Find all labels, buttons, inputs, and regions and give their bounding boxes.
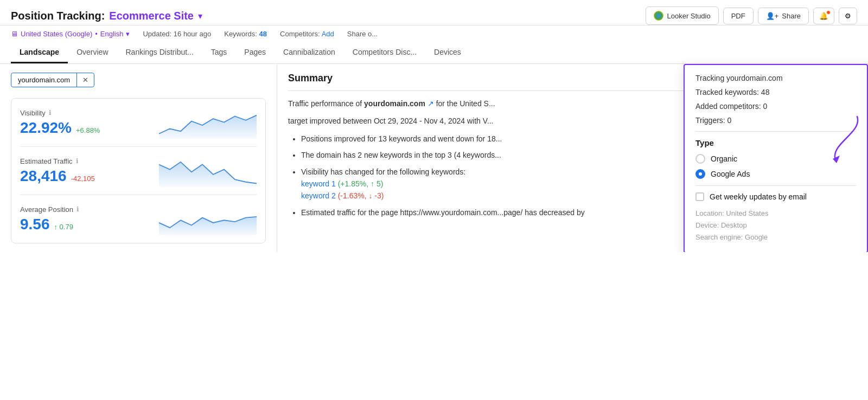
radio-google-ads[interactable]: Google Ads [695, 169, 856, 179]
tab-cannibalization[interactable]: Cannibalization [275, 42, 344, 63]
pdf-button[interactable]: PDF [723, 8, 754, 24]
settings-icon: ⚙ [845, 12, 851, 20]
notification-dot [826, 10, 831, 15]
popup-tracked-keywords: Tracked keywords: 48 [695, 88, 856, 96]
footer-engine: Search engine: Google [695, 231, 856, 243]
tabs-nav: Landscape Overview Rankings Distribut...… [0, 42, 868, 64]
looker-icon [654, 11, 663, 21]
left-panel: yourdomain.com ✕ Visibility ℹ 22.92% +6.… [0, 64, 277, 252]
header-left: Position Tracking: Ecommerce Site ▾ [11, 10, 202, 22]
tab-tags[interactable]: Tags [202, 42, 236, 63]
radio-google-ads-circle [695, 169, 705, 179]
pdf-label: PDF [731, 12, 745, 20]
metric-position-change: ↑ 0.79 [54, 223, 73, 231]
separator: • [95, 30, 98, 38]
domain-filter-area: yourdomain.com ✕ [11, 73, 266, 87]
metric-traffic-label: Estimated Traffic ℹ [20, 157, 95, 165]
metric-position-label: Average Position ℹ [20, 205, 79, 214]
share-button[interactable]: 👤+ Share [758, 8, 809, 24]
share-label: Share [782, 12, 801, 20]
popup-footer: Location: United States Device: Desktop … [695, 208, 856, 243]
position-info-icon[interactable]: ℹ [76, 205, 79, 213]
external-link-icon[interactable]: ↗ [427, 99, 434, 108]
share-of-voice: Share o... [347, 30, 378, 38]
metric-traffic-change: -42,105 [71, 175, 95, 183]
settings-button[interactable]: ⚙ [839, 8, 857, 24]
share-icon: 👤+ [766, 12, 779, 20]
traffic-sparkline [159, 154, 257, 187]
metric-traffic-info: Estimated Traffic ℹ 28,416 -42,105 [20, 157, 95, 185]
main-content: yourdomain.com ✕ Visibility ℹ 22.92% +6.… [0, 64, 868, 252]
keywords-label: Keywords: [224, 30, 257, 38]
tab-pages[interactable]: Pages [235, 42, 275, 63]
metric-position-value: 9.56 ↑ 0.79 [20, 216, 79, 233]
summary-domain-bold: yourdomain.com [364, 99, 425, 108]
competitors-info: Competitors: Add [280, 30, 334, 38]
metric-visibility-value: 22.92% +6.88% [20, 119, 100, 137]
metric-visibility-info: Visibility ℹ 22.92% +6.88% [20, 109, 100, 137]
monitor-icon: 🖥 [11, 30, 18, 38]
header-actions: Looker Studio PDF 👤+ Share 🔔 ⚙ [646, 7, 857, 25]
popup-added-competitors: Added competitors: 0 [695, 102, 856, 111]
language-chevron: ▾ [126, 30, 130, 38]
popup-tracking: Tracking yourdomain.com [695, 74, 856, 82]
metric-visibility-change: +6.88% [76, 126, 100, 134]
location-text: United States (Google) [21, 30, 92, 38]
location-filter[interactable]: 🖥 United States (Google) • English ▾ [11, 30, 130, 38]
tab-overview[interactable]: Overview [68, 42, 117, 63]
tab-competitors-discovery[interactable]: Competitors Disc... [344, 42, 425, 63]
metric-traffic: Estimated Traffic ℹ 28,416 -42,105 [20, 147, 257, 195]
domain-tag: yourdomain.com ✕ [11, 73, 94, 87]
visibility-info-icon[interactable]: ℹ [49, 109, 52, 117]
svg-marker-3 [833, 156, 840, 163]
subheader: 🖥 United States (Google) • English ▾ Upd… [0, 25, 868, 42]
footer-location: Location: United States [695, 208, 856, 220]
radio-organic-label: Organic [711, 154, 737, 163]
summary-intro2: for the United S... [436, 99, 495, 108]
language-text: English [100, 30, 124, 38]
keyword1-link[interactable]: keyword 1 [301, 179, 336, 188]
radio-google-ads-label: Google Ads [711, 170, 750, 178]
keyword1-change: (+1.85%, ↑ 5) [338, 179, 384, 188]
settings-popup: Tracking yourdomain.com Tracked keywords… [684, 64, 868, 252]
keyword2-change: (-1.63%, ↓ -3) [338, 191, 384, 200]
traffic-info-icon[interactable]: ℹ [76, 157, 79, 165]
site-name[interactable]: Ecommerce Site [109, 10, 194, 22]
keywords-value[interactable]: 48 [259, 30, 267, 38]
competitors-add[interactable]: Add [322, 30, 334, 38]
metric-position: Average Position ℹ 9.56 ↑ 0.79 [20, 195, 257, 243]
domain-tag-close-button[interactable]: ✕ [76, 73, 94, 87]
competitors-label: Competitors: [280, 30, 320, 38]
tab-landscape[interactable]: Landscape [11, 42, 68, 63]
radio-organic-circle [695, 154, 705, 164]
visibility-sparkline [159, 106, 257, 139]
tab-devices[interactable]: Devices [425, 42, 470, 63]
updated-text: Updated: 16 hour ago [143, 30, 211, 38]
notifications-button[interactable]: 🔔 [813, 8, 834, 24]
looker-studio-label: Looker Studio [667, 12, 710, 20]
popup-divider-2 [695, 185, 856, 186]
looker-studio-button[interactable]: Looker Studio [646, 7, 718, 25]
keywords-info: Keywords: 48 [224, 30, 267, 38]
metric-position-info: Average Position ℹ 9.56 ↑ 0.79 [20, 205, 79, 233]
keyword2-link[interactable]: keyword 2 [301, 191, 336, 200]
position-sparkline [159, 203, 257, 235]
checkbox-weekly-updates[interactable]: Get weekly updates by email [695, 192, 856, 201]
checkbox-weekly-box [695, 192, 704, 201]
page-title: Position Tracking: [11, 10, 105, 22]
domain-tag-text: yourdomain.com [11, 73, 76, 87]
tab-rankings-distribution[interactable]: Rankings Distribut... [117, 42, 202, 63]
metric-visibility: Visibility ℹ 22.92% +6.88% [20, 99, 257, 147]
footer-device: Device: Desktop [695, 220, 856, 231]
metrics-container: Visibility ℹ 22.92% +6.88% [11, 98, 266, 243]
svg-marker-1 [159, 162, 257, 187]
site-chevron-icon[interactable]: ▾ [198, 11, 202, 21]
checkbox-weekly-label: Get weekly updates by email [710, 192, 807, 201]
metric-traffic-value: 28,416 -42,105 [20, 167, 95, 185]
metric-visibility-label: Visibility ℹ [20, 109, 100, 117]
arrow-icon [819, 111, 863, 165]
header: Position Tracking: Ecommerce Site ▾ Look… [0, 0, 868, 25]
